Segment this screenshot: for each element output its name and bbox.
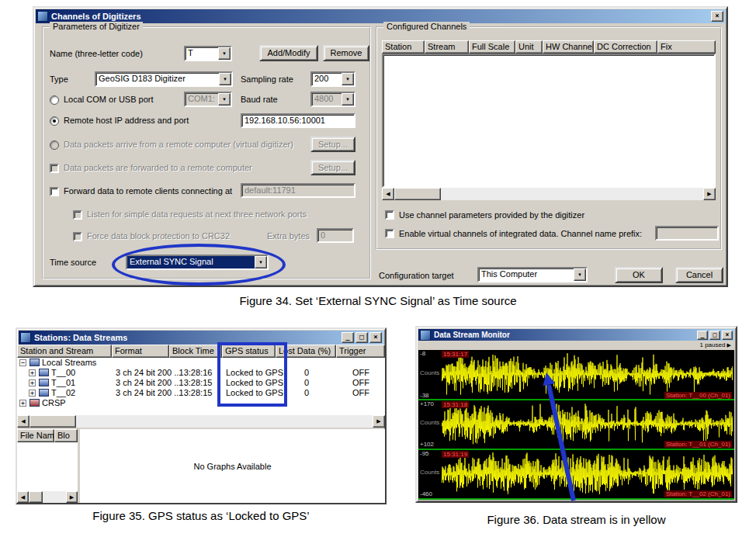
figure36-caption: Figure 36. Data stream is in yellow (415, 513, 737, 526)
column-header[interactable]: Unit (515, 40, 543, 54)
column-header[interactable]: GPS status (222, 345, 276, 358)
add-modify-button[interactable]: Add/Modify (259, 45, 318, 61)
column-header[interactable]: Blo (54, 429, 78, 442)
parameters-group-label: Parameters of Digitizer (50, 22, 143, 31)
use-channel-params-label: Use channel parameters provided by the d… (399, 210, 584, 220)
close-icon[interactable]: × (369, 332, 382, 343)
trace-station-label: Station: T__02 (Ch_01) (664, 490, 732, 497)
enable-virtual-checkbox[interactable] (385, 229, 394, 238)
expand-icon[interactable]: + (29, 379, 36, 386)
streams-table-header: Station and Stream Format Block Time GPS… (17, 345, 385, 358)
local-com-radio[interactable] (50, 95, 59, 105)
column-header[interactable]: File Name (17, 429, 54, 442)
station-name[interactable]: T__00 (51, 368, 75, 378)
window-title: Stations: Data Streams (34, 333, 127, 342)
maximize-icon[interactable]: □ (355, 332, 368, 343)
config-target-combo[interactable]: This Computer ▼ (477, 267, 588, 282)
tree-row-local-streams[interactable]: − Local Streams (18, 358, 386, 368)
window-titlebar[interactable]: Data Stream Monitor _ □ × (418, 329, 734, 341)
sampling-rate-combo[interactable]: 200 ▼ (310, 71, 355, 87)
use-channel-params-checkbox[interactable] (385, 210, 394, 220)
column-header[interactable]: Stream (425, 40, 469, 54)
trace-station-label: Station: T__00 (Ch_01) (664, 392, 732, 399)
column-header[interactable]: Lost Data (%) (276, 345, 336, 358)
column-header[interactable]: Trigger (336, 345, 385, 358)
expand-icon[interactable]: + (29, 390, 36, 397)
table-row[interactable]: + T__00 3 ch 24 bit 200 ... 13:28:16 Loc… (18, 368, 386, 378)
scroll-right-icon[interactable]: ▶ (66, 491, 78, 503)
column-header[interactable]: Station (382, 40, 425, 54)
table-row[interactable]: + T__01 3 ch 24 bit 200 ... 13:28:15 Loc… (18, 378, 386, 388)
scroll-track[interactable] (76, 415, 373, 428)
channels-hscrollbar[interactable]: ◀ ▶ (382, 188, 716, 200)
ok-button[interactable]: OK (615, 267, 663, 283)
enable-virtual-label: Enable virtual channels of integrated da… (399, 229, 642, 238)
remove-button[interactable]: Remove (323, 45, 369, 61)
column-header[interactable]: Fix (657, 40, 716, 54)
streams-hscrollbar[interactable]: ◀ ▶ (17, 415, 385, 428)
cancel-button[interactable]: Cancel (675, 267, 723, 283)
column-header[interactable]: Format (112, 345, 169, 358)
scroll-left-icon[interactable]: ◀ (17, 415, 29, 428)
chevron-down-icon[interactable]: ▼ (574, 268, 586, 281)
station-icon (39, 389, 49, 397)
lost-data-cell: 0 (276, 368, 337, 378)
close-icon[interactable]: × (722, 331, 733, 340)
maximize-icon[interactable]: □ (709, 331, 720, 340)
station-name[interactable]: T__02 (51, 388, 75, 398)
scroll-right-icon[interactable]: ▶ (373, 415, 385, 428)
expand-icon[interactable]: + (29, 369, 36, 376)
table-row[interactable]: + T__02 3 ch 24 bit 200 ... 13:28:15 Loc… (18, 388, 386, 398)
station-icon (39, 369, 49, 376)
type-combo[interactable]: GeoSIG D183 Digitizer ▼ (95, 71, 233, 87)
sampling-rate-label: Sampling rate (241, 74, 293, 84)
collapse-icon[interactable]: − (19, 359, 26, 366)
virtual-digitizer-radio (50, 140, 59, 150)
y-tick: +170 (420, 401, 434, 407)
figure35-caption: Figure 35. GPS status as ‘Locked to GPS’ (16, 509, 387, 522)
config-target-label: Configuration target (379, 271, 454, 280)
column-header[interactable]: HW Channel (543, 40, 594, 54)
scroll-left-icon[interactable]: ◀ (17, 491, 29, 503)
virtual-digitizer-label: Data packets arrive from a remote comput… (64, 140, 293, 149)
tree-label[interactable]: Local Streams (42, 358, 96, 368)
scroll-track[interactable] (43, 491, 66, 503)
scroll-thumb[interactable] (29, 491, 43, 503)
remote-host-radio[interactable] (50, 116, 59, 126)
forward-clients-label: Forward data to remote clients connectin… (64, 186, 232, 196)
column-header[interactable]: DC Correction (594, 40, 657, 54)
waveform-trace (442, 352, 733, 397)
setup-button-1: Setup... (310, 137, 355, 152)
chevron-down-icon[interactable]: ▼ (218, 47, 231, 60)
minimize-icon[interactable]: _ (697, 331, 708, 340)
scroll-right-icon[interactable]: ▶ (703, 188, 716, 200)
time-source-combo[interactable]: External SYNC Signal ▼ (126, 255, 269, 270)
name-combo-value: T (186, 47, 218, 60)
file-list-hscrollbar[interactable]: ◀ ▶ (17, 491, 78, 503)
scroll-thumb[interactable] (29, 415, 76, 428)
column-header[interactable]: Full Scale (469, 40, 515, 54)
play-icon[interactable]: ▶ (727, 342, 731, 348)
column-header[interactable]: Block Time (169, 345, 222, 358)
chevron-down-icon[interactable]: ▼ (342, 73, 354, 85)
close-icon[interactable]: × (711, 11, 723, 22)
expand-icon[interactable]: + (19, 400, 26, 407)
minimize-icon[interactable]: _ (342, 332, 354, 343)
name-combo[interactable]: T ▼ (184, 46, 232, 61)
scroll-thumb[interactable] (394, 188, 441, 200)
column-header[interactable]: Station and Stream (17, 345, 112, 358)
tree-row-crsp[interactable]: + CRSP (18, 398, 386, 408)
chevron-down-icon[interactable]: ▼ (219, 73, 231, 85)
file-table-header: File Name Blo (17, 429, 78, 442)
forward-clients-checkbox[interactable] (50, 187, 59, 196)
time-source-label: Time source (50, 258, 96, 267)
scroll-track[interactable] (441, 188, 703, 200)
remote-host-input[interactable]: 192.168.10.56:10001 (241, 113, 355, 128)
window-titlebar[interactable]: Stations: Data Streams _ □ × (19, 331, 383, 345)
y-tick: -8 (420, 351, 425, 357)
station-name[interactable]: T__01 (51, 378, 75, 388)
extra-bytes-input: 0 (317, 228, 354, 243)
scroll-left-icon[interactable]: ◀ (382, 188, 394, 200)
chevron-down-icon[interactable]: ▼ (255, 256, 267, 268)
tree-label[interactable]: CRSP (42, 398, 66, 408)
